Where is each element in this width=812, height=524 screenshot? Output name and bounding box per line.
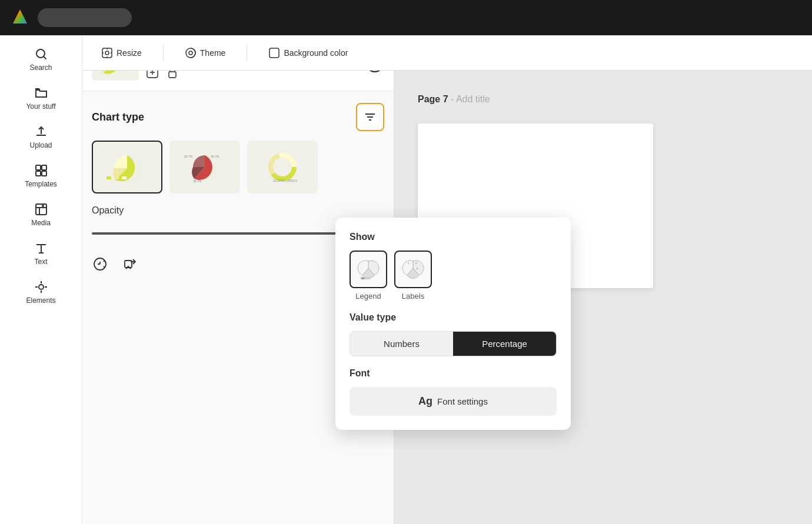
theme-button[interactable]: Theme xyxy=(178,44,233,62)
resize-label: Resize xyxy=(117,48,142,58)
logo-icon xyxy=(9,7,31,28)
font-ag: Ag xyxy=(418,395,432,408)
filter-icon xyxy=(364,111,377,124)
sidebar-item-media[interactable]: Media xyxy=(0,195,82,234)
svg-text:LEGEND LABELS: LEGEND LABELS xyxy=(273,179,298,182)
font-settings-label: Font settings xyxy=(437,396,488,406)
bg-color-icon xyxy=(268,47,280,59)
topbar-document-name[interactable] xyxy=(38,8,132,27)
svg-text:36.7%: 36.7% xyxy=(193,179,202,183)
toolbar-separator xyxy=(163,45,164,61)
pie-chart-type-1 xyxy=(104,149,151,185)
search-icon xyxy=(34,47,48,61)
text-icon xyxy=(34,241,48,255)
chart-options-popup: Show A B C Legend xyxy=(335,218,571,430)
svg-point-11 xyxy=(42,205,44,206)
sidebar-item-search[interactable]: Search xyxy=(0,40,82,79)
legend-option-box[interactable]: A B C xyxy=(350,251,387,288)
value-type-title: Value type xyxy=(350,312,557,323)
sidebar-media-label: Media xyxy=(31,219,51,227)
chart-type-section: Chart type xyxy=(82,91,394,205)
chart-type-donut[interactable]: 26.7% 36.7% 36.7% xyxy=(169,141,240,193)
sidebar: Search Your stuff Upload Templates xyxy=(0,35,82,524)
legend-icon: A B C xyxy=(357,258,380,281)
page-number: Page 7 - Add title xyxy=(418,94,490,105)
sidebar-item-templates[interactable]: Templates xyxy=(0,156,82,195)
labels-option[interactable]: 2 3 1 Labels xyxy=(394,251,432,301)
upload-icon xyxy=(34,125,48,139)
bg-color-button[interactable]: Background color xyxy=(261,44,355,62)
pie-chart-type-2: 26.7% 36.7% 36.7% xyxy=(181,149,228,185)
value-type-section: Value type Numbers Percentage xyxy=(350,312,557,356)
svg-rect-18 xyxy=(114,176,119,179)
svg-text:36.7%: 36.7% xyxy=(211,155,219,158)
sidebar-item-elements[interactable]: Elements xyxy=(0,273,82,312)
svg-rect-4 xyxy=(269,48,279,58)
sidebar-upload-label: Upload xyxy=(29,141,52,149)
svg-rect-7 xyxy=(42,165,46,170)
chart-type-pie[interactable] xyxy=(92,141,162,193)
svg-rect-17 xyxy=(107,176,111,179)
sidebar-elements-label: Elements xyxy=(26,296,55,305)
svg-rect-32 xyxy=(367,277,370,279)
svg-rect-19 xyxy=(122,176,127,179)
elements-icon xyxy=(34,280,48,294)
page-label-text: Page 7 xyxy=(418,94,448,104)
opacity-slider[interactable] xyxy=(92,232,350,235)
sidebar-item-upload[interactable]: Upload xyxy=(0,118,82,156)
svg-point-1 xyxy=(105,51,109,55)
templates-icon xyxy=(34,163,48,178)
resize-icon xyxy=(101,47,113,59)
sidebar-text-label: Text xyxy=(34,258,47,266)
svg-point-12 xyxy=(39,285,44,289)
chart-type-ring[interactable]: LEGEND LABELS xyxy=(247,141,318,193)
font-section: Font Ag Font settings xyxy=(350,368,557,416)
bg-color-label: Background color xyxy=(284,48,348,58)
toolbar: Resize Theme Background color xyxy=(82,35,812,71)
font-title: Font xyxy=(350,368,557,379)
labels-option-box[interactable]: 2 3 1 xyxy=(394,251,432,288)
font-settings-button[interactable]: Ag Font settings xyxy=(350,387,557,416)
svg-rect-6 xyxy=(36,165,41,170)
pie-chart-type-3: LEGEND LABELS xyxy=(259,149,306,185)
sidebar-templates-label: Templates xyxy=(25,180,57,188)
svg-point-3 xyxy=(189,51,192,55)
sidebar-item-text[interactable]: Text xyxy=(0,234,82,273)
toolbar-separator-2 xyxy=(247,45,247,61)
legend-label: Legend xyxy=(355,292,381,301)
resize-button[interactable]: Resize xyxy=(94,44,149,62)
svg-rect-10 xyxy=(36,204,46,215)
animation-icon[interactable] xyxy=(92,256,108,276)
percentage-button[interactable]: Percentage xyxy=(453,332,556,356)
sidebar-search-label: Search xyxy=(29,64,52,72)
folder-icon xyxy=(34,86,48,100)
chart-types-list: 26.7% 36.7% 36.7% LEGEND LABELS xyxy=(92,141,384,193)
chart-type-title: Chart type xyxy=(92,111,144,124)
svg-point-5 xyxy=(36,49,45,58)
legend-option[interactable]: A B C Legend xyxy=(350,251,387,301)
svg-rect-0 xyxy=(102,48,112,58)
show-options: A B C Legend 2 3 1 Labels xyxy=(350,251,557,301)
svg-rect-15 xyxy=(169,72,176,78)
theme-icon xyxy=(185,47,197,59)
value-toggle: Numbers Percentage xyxy=(350,331,557,356)
show-section-title: Show xyxy=(350,232,557,242)
opacity-label: Opacity xyxy=(92,205,384,216)
sidebar-item-your-stuff[interactable]: Your stuff xyxy=(0,79,82,118)
svg-text:26.7%: 26.7% xyxy=(184,155,193,158)
labels-label: Labels xyxy=(402,292,424,301)
filter-button[interactable] xyxy=(356,103,384,131)
theme-label: Theme xyxy=(200,48,226,58)
media-icon xyxy=(34,202,48,216)
section-header: Chart type xyxy=(92,103,384,131)
svg-text:A B C: A B C xyxy=(362,278,367,280)
topbar xyxy=(0,0,812,35)
svg-rect-8 xyxy=(36,171,41,176)
labels-icon: 2 3 1 xyxy=(401,258,425,281)
numbers-button[interactable]: Numbers xyxy=(350,332,453,356)
svg-rect-9 xyxy=(42,171,46,176)
position-icon[interactable] xyxy=(122,256,139,276)
add-title-label[interactable]: - Add title xyxy=(451,94,490,104)
sidebar-your-stuff-label: Your stuff xyxy=(26,102,55,111)
